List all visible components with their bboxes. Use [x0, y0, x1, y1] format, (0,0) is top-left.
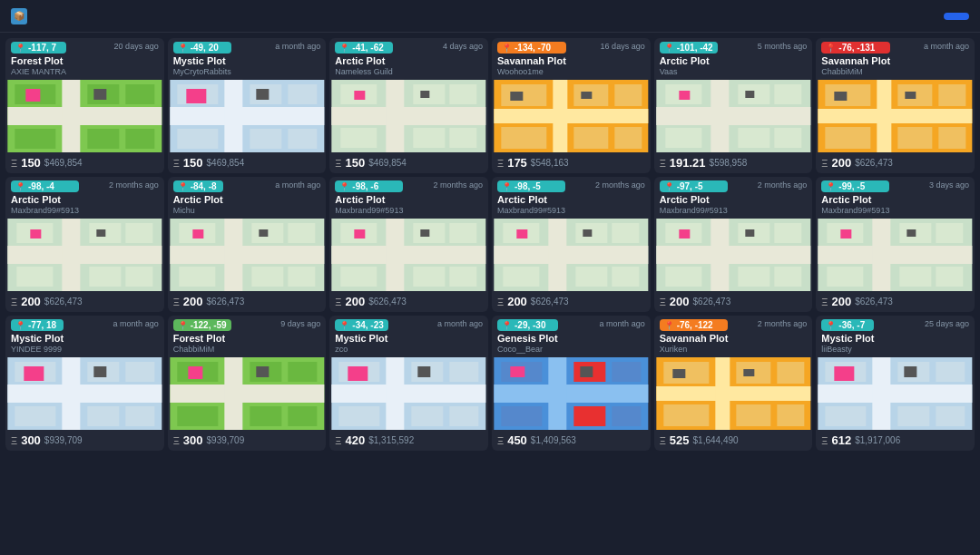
card-item[interactable]: 📍 -29, -30 Genesis Plot Coco__Bear a mon…: [492, 316, 651, 451]
card-header-left: 📍 -134, -70 Savannah Plot Woohoo1me: [497, 42, 566, 76]
card-item[interactable]: 📍 -41, -62 Arctic Plot Nameless Guild 4 …: [329, 38, 488, 173]
plot-name: Arctic Plot: [660, 194, 728, 205]
coord-text: -84, -8: [191, 181, 217, 191]
card-image: [329, 357, 488, 430]
owner-name: ChabbiMiM: [173, 345, 231, 354]
card-item[interactable]: 📍 -76, -122 Savannah Plot Xuriken 2 mont…: [654, 316, 813, 451]
svg-rect-105: [503, 267, 539, 287]
grid-container: 📍 -117, 7 Forest Plot AXIE MANTRA 20 day…: [0, 33, 980, 456]
svg-rect-144: [170, 385, 324, 403]
svg-rect-46: [710, 80, 729, 152]
mana-icon: Ξ: [173, 435, 180, 446]
svg-rect-151: [288, 406, 317, 426]
svg-rect-87: [259, 229, 268, 237]
svg-rect-101: [548, 219, 566, 291]
price-usd: $1,315,592: [368, 435, 414, 445]
svg-rect-109: [583, 229, 592, 237]
price-main: 450: [507, 433, 527, 447]
card-item[interactable]: 📍 -98, -5 Arctic Plot Maxbrand99#5913 2 …: [492, 177, 651, 312]
svg-rect-104: [612, 223, 639, 243]
svg-rect-65: [906, 92, 916, 99]
svg-rect-189: [873, 357, 891, 430]
card-header: 📍 -41, -62 Arctic Plot Nameless Guild 4 …: [329, 38, 488, 80]
plot-name: Mystic Plot: [173, 55, 231, 66]
card-item[interactable]: 📍 -101, -42 Arctic Plot Vaas 5 months ag…: [654, 38, 813, 173]
price-usd: $939,709: [207, 435, 245, 445]
coord-badge: 📍 -101, -42: [660, 42, 718, 54]
price-usd: $626,473: [44, 297, 83, 307]
pin-icon: 📍: [826, 44, 836, 53]
card-item[interactable]: 📍 -117, 7 Forest Plot AXIE MANTRA 20 day…: [5, 38, 164, 173]
mana-icon: Ξ: [11, 435, 17, 446]
card-image: [492, 80, 651, 152]
svg-rect-108: [516, 229, 527, 239]
coord-badge: 📍 -134, -70: [497, 42, 566, 54]
mana-icon: Ξ: [497, 435, 504, 446]
card-item[interactable]: 📍 -49, 20 Mystic Plot MyCrytoRabbits a m…: [168, 38, 327, 173]
svg-rect-78: [170, 246, 324, 264]
svg-rect-150: [250, 406, 281, 426]
card-item[interactable]: 📍 -34, -23 Mystic Plot zco a month ago: [329, 316, 488, 451]
svg-rect-12: [170, 107, 324, 125]
plot-name: Savannah Plot: [660, 333, 729, 344]
coord-text: -29, -30: [514, 320, 545, 330]
price-usd: $626,473: [207, 297, 245, 307]
coord-badge: 📍 -36, -7: [821, 319, 874, 331]
svg-rect-13: [224, 80, 242, 152]
pin-icon: 📍: [502, 321, 512, 330]
svg-rect-58: [826, 84, 871, 106]
svg-rect-49: [774, 84, 801, 104]
card-item[interactable]: 📍 -122, -59 Forest Plot ChabbiMiM 9 days…: [168, 316, 327, 451]
svg-rect-100: [494, 246, 648, 264]
svg-rect-194: [898, 406, 930, 426]
card-image: [816, 80, 975, 152]
card-image: [168, 357, 327, 430]
svg-rect-23: [332, 107, 486, 125]
card-item[interactable]: 📍 -99, -5 Arctic Plot Maxbrand99#5913 3 …: [816, 177, 975, 312]
mana-icon: Ξ: [335, 297, 341, 307]
card-image: [329, 80, 488, 152]
svg-rect-96: [450, 267, 477, 287]
mana-icon: Ξ: [173, 158, 180, 169]
card-item[interactable]: 📍 -134, -70 Savannah Plot Woohoo1me 16 d…: [492, 38, 651, 173]
card-item[interactable]: 📍 -36, -7 Mystic Plot liiBeasty 25 days …: [816, 316, 975, 451]
card-item[interactable]: 📍 -98, -4 Arctic Plot Maxbrand99#5913 2 …: [5, 177, 164, 312]
svg-rect-9: [25, 89, 40, 102]
coord-text: -49, 20: [191, 43, 219, 53]
svg-rect-34: [494, 109, 648, 123]
topbar: 📦: [0, 0, 980, 33]
svg-rect-19: [288, 129, 317, 149]
svg-rect-130: [841, 229, 852, 239]
svg-rect-196: [835, 366, 855, 381]
connect-button[interactable]: [944, 13, 969, 20]
svg-rect-167: [548, 357, 566, 430]
mana-icon: Ξ: [660, 435, 666, 446]
owner-name: MyCrytoRabbits: [173, 67, 231, 76]
svg-rect-182: [663, 404, 709, 426]
pin-icon: 📍: [664, 182, 674, 191]
svg-rect-93: [450, 223, 477, 243]
card-item[interactable]: 📍 -98, -6 Arctic Plot Maxbrand99#5913 2 …: [329, 177, 488, 312]
card-image: [816, 219, 975, 291]
svg-rect-106: [575, 267, 607, 287]
svg-rect-16: [288, 84, 317, 104]
card-footer: Ξ 612 $1,917,006: [816, 430, 975, 451]
card-item[interactable]: 📍 -77, 18 Mystic Plot YINDEE 9999 a mont…: [5, 316, 164, 451]
svg-rect-133: [7, 385, 162, 403]
card-image: [5, 357, 164, 430]
card-item[interactable]: 📍 -84, -8 Arctic Plot Michu a month ago: [168, 177, 327, 312]
coord-text: -101, -42: [677, 43, 713, 53]
svg-rect-188: [818, 385, 973, 403]
card-item[interactable]: 📍 -97, -5 Arctic Plot Maxbrand99#5913 2 …: [654, 177, 813, 312]
price-usd: $626,473: [693, 297, 731, 307]
svg-rect-145: [224, 357, 242, 430]
svg-rect-28: [341, 128, 377, 148]
card-item[interactable]: 📍 -76, -131 Savannah Plot ChabbiMiM a mo…: [816, 38, 975, 173]
card-header: 📍 -99, -5 Arctic Plot Maxbrand99#5913 3 …: [816, 177, 975, 219]
card-footer: Ξ 200 $626,473: [329, 291, 488, 312]
coord-text: -134, -70: [514, 43, 551, 53]
svg-rect-160: [339, 406, 380, 426]
card-image: [816, 357, 975, 430]
pin-icon: 📍: [339, 44, 349, 53]
svg-rect-166: [494, 385, 648, 403]
